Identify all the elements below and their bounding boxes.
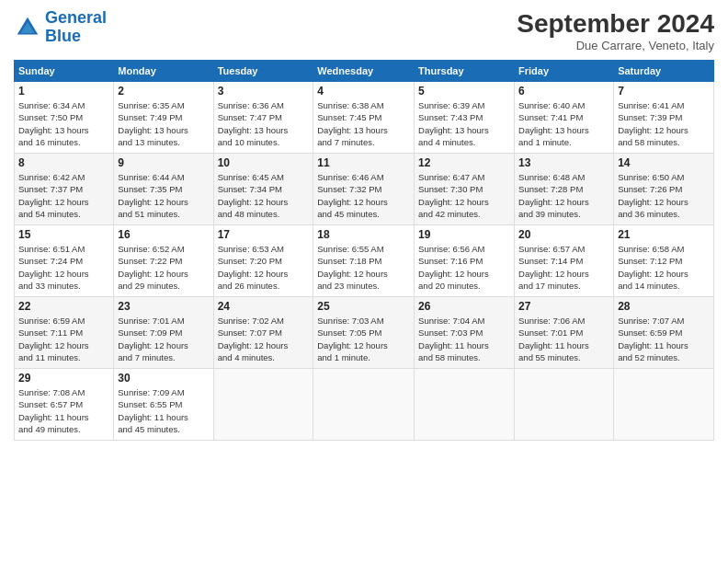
calendar-cell: 27Sunrise: 7:06 AM Sunset: 7:01 PM Dayli… xyxy=(515,297,614,369)
day-info: Sunrise: 7:01 AM Sunset: 7:09 PM Dayligh… xyxy=(118,315,209,363)
col-thursday: Thursday xyxy=(415,61,515,82)
day-info: Sunrise: 6:45 AM Sunset: 7:34 PM Dayligh… xyxy=(218,171,310,220)
day-info: Sunrise: 6:40 AM Sunset: 7:41 PM Dayligh… xyxy=(518,99,609,148)
calendar-cell: 3Sunrise: 6:36 AM Sunset: 7:47 PM Daylig… xyxy=(213,82,313,154)
calendar-cell: 11Sunrise: 6:46 AM Sunset: 7:32 PM Dayli… xyxy=(313,154,415,225)
calendar-cell: 14Sunrise: 6:50 AM Sunset: 7:26 PM Dayli… xyxy=(614,154,714,225)
day-info: Sunrise: 6:47 AM Sunset: 7:30 PM Dayligh… xyxy=(418,171,510,220)
day-number: 10 xyxy=(218,156,310,169)
day-info: Sunrise: 7:04 AM Sunset: 7:03 PM Dayligh… xyxy=(418,315,510,363)
calendar-header: Sunday Monday Tuesday Wednesday Thursday… xyxy=(15,61,714,82)
day-number: 21 xyxy=(618,228,710,241)
day-number: 17 xyxy=(218,228,310,241)
day-number: 8 xyxy=(18,156,109,169)
day-info: Sunrise: 7:08 AM Sunset: 6:57 PM Dayligh… xyxy=(18,386,109,435)
day-info: Sunrise: 6:38 AM Sunset: 7:45 PM Dayligh… xyxy=(317,99,410,148)
title-block: September 2024 Due Carrare, Veneto, Ital… xyxy=(517,9,714,52)
calendar-cell: 25Sunrise: 7:03 AM Sunset: 7:05 PM Dayli… xyxy=(313,297,415,369)
calendar-cell: 26Sunrise: 7:04 AM Sunset: 7:03 PM Dayli… xyxy=(415,297,515,369)
calendar-week-row: 22Sunrise: 6:59 AM Sunset: 7:11 PM Dayli… xyxy=(15,297,714,369)
calendar-cell: 16Sunrise: 6:52 AM Sunset: 7:22 PM Dayli… xyxy=(114,225,213,297)
day-number: 19 xyxy=(418,228,510,241)
day-number: 18 xyxy=(317,228,410,241)
day-number: 16 xyxy=(118,228,209,241)
day-info: Sunrise: 6:52 AM Sunset: 7:22 PM Dayligh… xyxy=(118,243,209,292)
calendar-cell: 12Sunrise: 6:47 AM Sunset: 7:30 PM Dayli… xyxy=(415,154,515,225)
calendar-week-row: 15Sunrise: 6:51 AM Sunset: 7:24 PM Dayli… xyxy=(15,225,714,297)
calendar-cell: 10Sunrise: 6:45 AM Sunset: 7:34 PM Dayli… xyxy=(213,154,313,225)
calendar-cell: 24Sunrise: 7:02 AM Sunset: 7:07 PM Dayli… xyxy=(213,297,313,369)
day-number: 30 xyxy=(118,372,209,385)
day-info: Sunrise: 6:51 AM Sunset: 7:24 PM Dayligh… xyxy=(18,243,109,292)
calendar-cell: 5Sunrise: 6:39 AM Sunset: 7:43 PM Daylig… xyxy=(415,82,515,154)
col-sunday: Sunday xyxy=(15,61,114,82)
day-number: 23 xyxy=(118,300,209,313)
header: General Blue September 2024 Due Carrare,… xyxy=(14,9,714,52)
day-info: Sunrise: 7:06 AM Sunset: 7:01 PM Dayligh… xyxy=(518,315,609,363)
day-info: Sunrise: 6:58 AM Sunset: 7:12 PM Dayligh… xyxy=(618,243,710,292)
logo: General Blue xyxy=(14,9,107,46)
day-info: Sunrise: 6:42 AM Sunset: 7:37 PM Dayligh… xyxy=(18,171,109,220)
day-number: 1 xyxy=(18,85,109,98)
calendar-cell: 2Sunrise: 6:35 AM Sunset: 7:49 PM Daylig… xyxy=(114,82,213,154)
calendar-cell xyxy=(313,369,415,441)
logo-text: General Blue xyxy=(45,9,107,46)
day-info: Sunrise: 6:44 AM Sunset: 7:35 PM Dayligh… xyxy=(118,171,209,220)
day-info: Sunrise: 6:34 AM Sunset: 7:50 PM Dayligh… xyxy=(18,99,109,148)
day-info: Sunrise: 6:36 AM Sunset: 7:47 PM Dayligh… xyxy=(218,99,310,148)
day-number: 20 xyxy=(518,228,609,241)
calendar-cell: 28Sunrise: 7:07 AM Sunset: 6:59 PM Dayli… xyxy=(614,297,714,369)
day-number: 5 xyxy=(418,85,510,98)
header-row: Sunday Monday Tuesday Wednesday Thursday… xyxy=(15,61,714,82)
calendar-cell: 20Sunrise: 6:57 AM Sunset: 7:14 PM Dayli… xyxy=(515,225,614,297)
day-number: 4 xyxy=(317,85,410,98)
day-info: Sunrise: 7:07 AM Sunset: 6:59 PM Dayligh… xyxy=(618,315,710,363)
day-number: 15 xyxy=(18,228,109,241)
day-info: Sunrise: 6:50 AM Sunset: 7:26 PM Dayligh… xyxy=(618,171,710,220)
calendar-week-row: 1Sunrise: 6:34 AM Sunset: 7:50 PM Daylig… xyxy=(15,82,714,154)
calendar-cell: 19Sunrise: 6:56 AM Sunset: 7:16 PM Dayli… xyxy=(415,225,515,297)
day-number: 28 xyxy=(618,300,710,313)
day-number: 2 xyxy=(118,85,209,98)
calendar-cell xyxy=(213,369,313,441)
day-info: Sunrise: 6:59 AM Sunset: 7:11 PM Dayligh… xyxy=(18,315,109,363)
day-number: 7 xyxy=(618,85,710,98)
day-info: Sunrise: 6:41 AM Sunset: 7:39 PM Dayligh… xyxy=(618,99,710,148)
calendar-cell: 23Sunrise: 7:01 AM Sunset: 7:09 PM Dayli… xyxy=(114,297,213,369)
calendar-cell: 6Sunrise: 6:40 AM Sunset: 7:41 PM Daylig… xyxy=(515,82,614,154)
calendar-cell: 18Sunrise: 6:55 AM Sunset: 7:18 PM Dayli… xyxy=(313,225,415,297)
calendar-cell: 1Sunrise: 6:34 AM Sunset: 7:50 PM Daylig… xyxy=(15,82,114,154)
col-saturday: Saturday xyxy=(614,61,714,82)
day-number: 6 xyxy=(518,85,609,98)
subtitle: Due Carrare, Veneto, Italy xyxy=(517,39,714,52)
day-number: 3 xyxy=(218,85,310,98)
calendar-cell: 15Sunrise: 6:51 AM Sunset: 7:24 PM Dayli… xyxy=(15,225,114,297)
calendar-cell xyxy=(415,369,515,441)
calendar-cell xyxy=(515,369,614,441)
day-number: 9 xyxy=(118,156,209,169)
col-monday: Monday xyxy=(114,61,213,82)
calendar-week-row: 29Sunrise: 7:08 AM Sunset: 6:57 PM Dayli… xyxy=(15,369,714,441)
day-number: 12 xyxy=(418,156,510,169)
col-tuesday: Tuesday xyxy=(213,61,313,82)
day-number: 27 xyxy=(518,300,609,313)
day-info: Sunrise: 6:48 AM Sunset: 7:28 PM Dayligh… xyxy=(518,171,609,220)
day-info: Sunrise: 6:53 AM Sunset: 7:20 PM Dayligh… xyxy=(218,243,310,292)
calendar-table: Sunday Monday Tuesday Wednesday Thursday… xyxy=(14,60,714,441)
calendar-cell: 21Sunrise: 6:58 AM Sunset: 7:12 PM Dayli… xyxy=(614,225,714,297)
month-title: September 2024 xyxy=(517,9,714,39)
logo-icon xyxy=(14,14,41,41)
calendar-cell: 7Sunrise: 6:41 AM Sunset: 7:39 PM Daylig… xyxy=(614,82,714,154)
calendar-cell: 4Sunrise: 6:38 AM Sunset: 7:45 PM Daylig… xyxy=(313,82,415,154)
day-number: 11 xyxy=(317,156,410,169)
day-info: Sunrise: 6:46 AM Sunset: 7:32 PM Dayligh… xyxy=(317,171,410,220)
day-number: 14 xyxy=(618,156,710,169)
day-number: 29 xyxy=(18,372,109,385)
page-container: General Blue September 2024 Due Carrare,… xyxy=(0,0,728,450)
day-info: Sunrise: 7:02 AM Sunset: 7:07 PM Dayligh… xyxy=(218,315,310,363)
calendar-cell: 9Sunrise: 6:44 AM Sunset: 7:35 PM Daylig… xyxy=(114,154,213,225)
day-info: Sunrise: 6:57 AM Sunset: 7:14 PM Dayligh… xyxy=(518,243,609,292)
day-number: 22 xyxy=(18,300,109,313)
calendar-body: 1Sunrise: 6:34 AM Sunset: 7:50 PM Daylig… xyxy=(15,82,714,441)
day-info: Sunrise: 6:35 AM Sunset: 7:49 PM Dayligh… xyxy=(118,99,209,148)
